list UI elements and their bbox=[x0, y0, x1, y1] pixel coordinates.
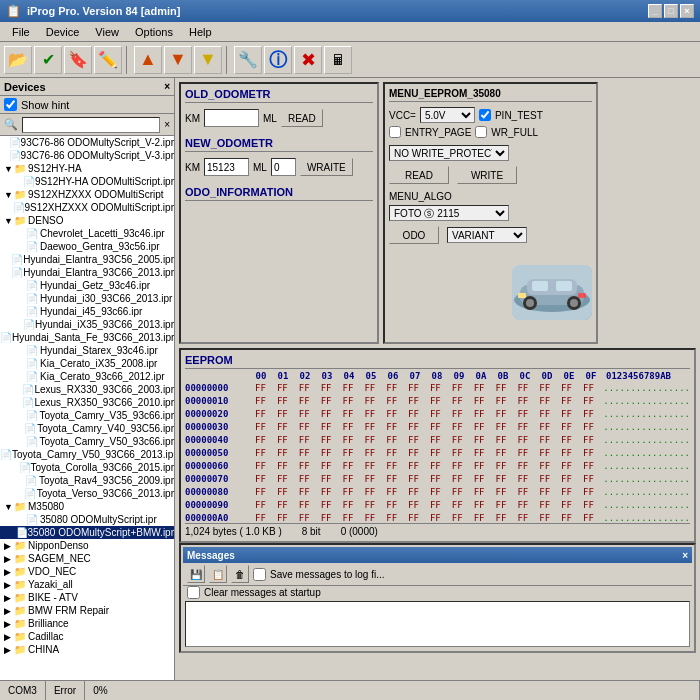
msg-tool3-btn[interactable]: 🗑 bbox=[231, 565, 249, 583]
tree-item[interactable]: 📄Toyota_Rav4_93C56_2009.ipr bbox=[0, 474, 174, 487]
tree-item[interactable]: 📄Hyundai_i30_93C66_2013.ipr bbox=[0, 292, 174, 305]
tree-item[interactable]: ▶📁SAGEM_NEC bbox=[0, 552, 174, 565]
tree-item[interactable]: 📄35080 ODOMultyScript.ipr bbox=[0, 513, 174, 526]
hex-row[interactable]: 00000080FFFFFFFFFFFFFFFFFFFFFFFFFFFFFFFF… bbox=[185, 486, 690, 499]
menu-help[interactable]: Help bbox=[181, 24, 220, 40]
variant-select[interactable]: VARIANT bbox=[447, 227, 527, 243]
calculator-button[interactable]: 🖩 bbox=[324, 46, 352, 74]
tree-item[interactable]: 📄Daewoo_Gentra_93c56.ipr bbox=[0, 240, 174, 253]
messages-close-icon[interactable]: × bbox=[682, 550, 688, 561]
hex-row[interactable]: 00000060FFFFFFFFFFFFFFFFFFFFFFFFFFFFFFFF… bbox=[185, 460, 690, 473]
tree-item[interactable]: ▶📁NipponDenso bbox=[0, 539, 174, 552]
algo-select[interactable]: FOTO ⓢ 2115 bbox=[389, 205, 509, 221]
tree-item[interactable]: 📄Kia_Cerato_iX35_2008.ipr bbox=[0, 357, 174, 370]
tree-item[interactable]: 📄Kia_Cerato_93c66_2012.ipr bbox=[0, 370, 174, 383]
tree-item[interactable]: 📄Toyota_Camry_V50_93C66_2013.ipr bbox=[0, 448, 174, 461]
wr-full-checkbox[interactable] bbox=[475, 126, 487, 138]
save-button[interactable]: ✔ bbox=[34, 46, 62, 74]
save-log-checkbox[interactable] bbox=[253, 568, 266, 581]
tree-item[interactable]: 📄Toyota_Corolla_93C66_2015.ipr bbox=[0, 461, 174, 474]
hex-row[interactable]: 00000070FFFFFFFFFFFFFFFFFFFFFFFFFFFFFFFF… bbox=[185, 473, 690, 486]
tree-item[interactable]: 📄9S12HY-HA ODOMultiScript.ipr bbox=[0, 175, 174, 188]
tree-item[interactable]: ▶📁BMW FRM Repair bbox=[0, 604, 174, 617]
vcc-select[interactable]: 5.0V 3.3V bbox=[420, 107, 475, 123]
hex-row[interactable]: 00000050FFFFFFFFFFFFFFFFFFFFFFFFFFFFFFFF… bbox=[185, 447, 690, 460]
down-arrow2-button[interactable]: ▼ bbox=[194, 46, 222, 74]
tree-item[interactable]: 📄Hyundai_Getz_93c46.ipr bbox=[0, 279, 174, 292]
hex-row[interactable]: 00000090FFFFFFFFFFFFFFFFFFFFFFFFFFFFFFFF… bbox=[185, 499, 690, 512]
show-hint-checkbox[interactable] bbox=[4, 98, 17, 111]
hex-byte: FF bbox=[556, 460, 578, 473]
hex-row[interactable]: 00000000FFFFFFFFFFFFFFFFFFFFFFFFFFFFFFFF… bbox=[185, 382, 690, 395]
tree-item[interactable]: 📄Toyota_Camry_V50_93c66.ipr bbox=[0, 435, 174, 448]
minimize-btn[interactable]: _ bbox=[648, 4, 662, 18]
menu-view[interactable]: View bbox=[87, 24, 127, 40]
stop-button[interactable]: ✖ bbox=[294, 46, 322, 74]
tree-item[interactable]: ▼📁DENSO bbox=[0, 214, 174, 227]
new-write-button[interactable]: WRAITE bbox=[300, 158, 353, 176]
tree-item[interactable]: ▶📁CHINA bbox=[0, 643, 174, 656]
tree-item[interactable]: ▶📁Cadillac bbox=[0, 630, 174, 643]
write-button[interactable]: ✏️ bbox=[94, 46, 122, 74]
hex-row[interactable]: 00000040FFFFFFFFFFFFFFFFFFFFFFFFFFFFFFFF… bbox=[185, 434, 690, 447]
tree-item[interactable]: 📄93C76-86 ODOMultyScript_V-3.ipr bbox=[0, 149, 174, 162]
tree-item[interactable]: 📄Hyundai_Starex_93c46.ipr bbox=[0, 344, 174, 357]
tree-item[interactable]: 📄Chevrolet_Lacetti_93c46.ipr bbox=[0, 227, 174, 240]
old-km-input[interactable] bbox=[204, 109, 259, 127]
up-arrow-button[interactable]: ▲ bbox=[134, 46, 162, 74]
menu-device[interactable]: Device bbox=[38, 24, 88, 40]
search-input[interactable] bbox=[22, 117, 160, 133]
new-km-input[interactable] bbox=[204, 158, 249, 176]
tree-item[interactable]: 📄Toyota_Camry_V35_93c66.ipr bbox=[0, 409, 174, 422]
panel-close-icon[interactable]: × bbox=[164, 81, 170, 92]
clear-search-icon[interactable]: × bbox=[164, 119, 170, 130]
tree-item[interactable]: ▼📁9S12HY-HA bbox=[0, 162, 174, 175]
eeprom-body[interactable]: 00000000FFFFFFFFFFFFFFFFFFFFFFFFFFFFFFFF… bbox=[185, 382, 690, 523]
tree-item[interactable]: 📄Toyota_Verso_93C66_2013.ipr bbox=[0, 487, 174, 500]
maximize-btn[interactable]: □ bbox=[664, 4, 678, 18]
tree-item[interactable]: ▼📁M35080 bbox=[0, 500, 174, 513]
hex-row[interactable]: 00000030FFFFFFFFFFFFFFFFFFFFFFFFFFFFFFFF… bbox=[185, 421, 690, 434]
tree-item[interactable]: 📄Hyundai_i45_93c66.ipr bbox=[0, 305, 174, 318]
menu-write-button[interactable]: WRITE bbox=[457, 166, 517, 184]
tree-item[interactable]: ▼📁9S12XHZXXX ODOMultiScript bbox=[0, 188, 174, 201]
tree-item[interactable]: ▶📁BIKE - ATV bbox=[0, 591, 174, 604]
tree-item[interactable]: 📄Toyota_Camry_V40_93C56.ipr bbox=[0, 422, 174, 435]
msg-tool1-btn[interactable]: 💾 bbox=[187, 565, 205, 583]
hex-row[interactable]: 00000010FFFFFFFFFFFFFFFFFFFFFFFFFFFFFFFF… bbox=[185, 395, 690, 408]
tree-item[interactable]: ▶📁VDO_NEC bbox=[0, 565, 174, 578]
messages-content[interactable] bbox=[185, 601, 690, 647]
entry-page-checkbox[interactable] bbox=[389, 126, 401, 138]
tree-item[interactable]: 📄Lexus_RX330_93C66_2003.ipr bbox=[0, 383, 174, 396]
down-arrow-button[interactable]: ▼ bbox=[164, 46, 192, 74]
tree-item[interactable]: 📄93C76-86 ODOMultyScript_V-2.ipr bbox=[0, 136, 174, 149]
hex-byte: FF bbox=[381, 486, 403, 499]
write-protect-select[interactable]: NO WRITE_PROTECT bbox=[389, 145, 509, 161]
menu-options[interactable]: Options bbox=[127, 24, 181, 40]
odo-button[interactable]: ODO bbox=[389, 226, 439, 244]
tree-item[interactable]: 📄35080 ODOMultyScript+BMW.ipr bbox=[0, 526, 174, 539]
msg-tool2-btn[interactable]: 📋 bbox=[209, 565, 227, 583]
info-button[interactable]: ⓘ bbox=[264, 46, 292, 74]
tree-item[interactable]: 📄Hyundai_iX35_93C66_2013.ipr bbox=[0, 318, 174, 331]
tree-item[interactable]: ▶📁Brilliance bbox=[0, 617, 174, 630]
new-ml-input[interactable] bbox=[271, 158, 296, 176]
window-close-btn[interactable]: × bbox=[680, 4, 694, 18]
tree-item[interactable]: 📄9S12XHZXXX ODOMultiScript.ipr bbox=[0, 201, 174, 214]
clear-startup-checkbox[interactable] bbox=[187, 586, 200, 599]
tree-item[interactable]: 📄Hyundai_Elantra_93C56_2005.ipr bbox=[0, 253, 174, 266]
hex-row[interactable]: 000000A0FFFFFFFFFFFFFFFFFFFFFFFFFFFFFFFF… bbox=[185, 512, 690, 523]
wrench-button[interactable]: 🔧 bbox=[234, 46, 262, 74]
open-button[interactable]: 📂 bbox=[4, 46, 32, 74]
tree-item[interactable]: 📄Lexus_RX350_93C66_2010.ipr bbox=[0, 396, 174, 409]
read-button[interactable]: 🔖 bbox=[64, 46, 92, 74]
menu-file[interactable]: File bbox=[4, 24, 38, 40]
tree-item[interactable]: 📄Hyundai_Elantra_93C66_2013.ipr bbox=[0, 266, 174, 279]
tree-item[interactable]: ▶📁Yazaki_all bbox=[0, 578, 174, 591]
right-panel: OLD_ODOMETR KM ML READ NEW_ODOMETR KM ML… bbox=[175, 78, 700, 680]
tree-item[interactable]: 📄Hyundai_Santa_Fe_93C66_2013.ipr bbox=[0, 331, 174, 344]
pin-test-checkbox[interactable] bbox=[479, 109, 491, 121]
menu-read-button[interactable]: READ bbox=[389, 166, 449, 184]
hex-row[interactable]: 00000020FFFFFFFFFFFFFFFFFFFFFFFFFFFFFFFF… bbox=[185, 408, 690, 421]
old-read-button[interactable]: READ bbox=[281, 109, 323, 127]
